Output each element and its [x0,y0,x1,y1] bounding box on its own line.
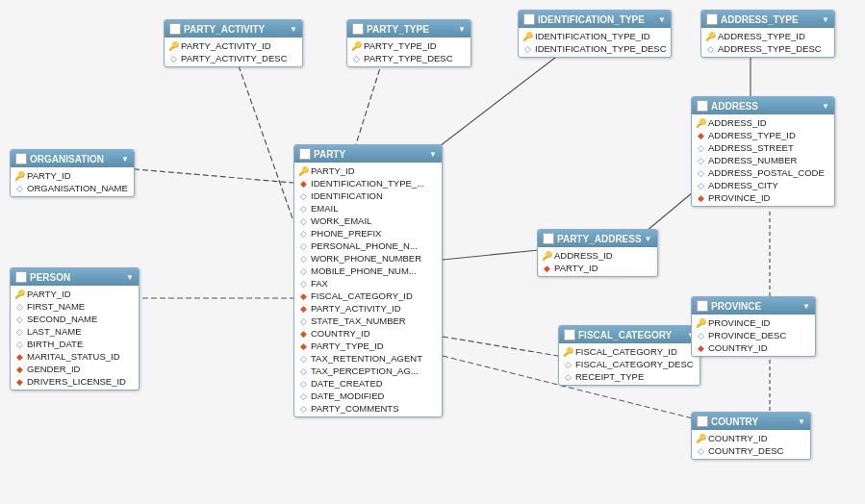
pk-icon: 🔑 [563,347,572,357]
sort-icon: ▼ [658,15,666,24]
table-address-type-header: ADDRESS_TYPE ▼ [701,11,834,28]
field-row: ◇ FAX [294,277,442,290]
field-row: 🔑 PROVINCE_ID [692,316,815,329]
reg-icon: ◇ [298,254,308,264]
table-party-address-body: 🔑 ADDRESS_ID ◆ PARTY_ID [538,247,657,276]
field-row: ◆ COUNTRY_ID [294,327,442,340]
table-party-activity-title: PARTY_ACTIVITY [184,24,265,35]
table-fiscal-category-body: 🔑 FISCAL_CATEGORY_ID ◇ FISCAL_CATEGORY_D… [559,343,700,385]
field-row: ◇ IDENTIFICATION_TYPE_DESC [519,42,671,55]
field-row: ◇ PERSONAL_PHONE_N... [294,239,442,252]
table-fiscal-category-header: FISCAL_CATEGORY ▼ [559,326,700,343]
fk-icon: ◆ [696,131,705,140]
table-party-address[interactable]: PARTY_ADDRESS ▼ 🔑 ADDRESS_ID ◆ PARTY_ID [537,229,658,277]
field-row: ◇ TAX_PERCEPTION_AG... [294,365,442,377]
fk-icon: ◆ [298,329,308,339]
field-row: 🔑 PARTY_ID [294,164,442,177]
field-row: ◇ DATE_CREATED [294,377,442,390]
table-party-type[interactable]: PARTY_TYPE ▼ 🔑 PARTY_TYPE_ID ◇ PARTY_TYP… [346,19,471,67]
table-identification-type-body: 🔑 IDENTIFICATION_TYPE_ID ◇ IDENTIFICATIO… [519,28,671,57]
reg-icon: ◇ [563,360,572,369]
reg-icon: ◇ [298,379,308,389]
pk-icon: 🔑 [14,171,24,181]
pk-icon: 🔑 [522,32,532,41]
fk-icon: ◆ [696,343,705,353]
table-identification-type[interactable]: IDENTIFICATION_TYPE ▼ 🔑 IDENTIFICATION_T… [518,10,672,58]
table-address[interactable]: ADDRESS ▼ 🔑 ADDRESS_ID ◆ ADDRESS_TYPE_ID… [691,96,835,207]
field-row: ◆ PROVINCE_ID [692,191,834,204]
field-row: ◆ IDENTIFICATION_TYPE_... [294,177,442,189]
table-organisation[interactable]: ORGANISATION ▼ 🔑 PARTY_ID ◇ ORGANISATION… [10,149,135,197]
reg-icon: ◇ [14,302,24,312]
reg-icon: ◇ [298,366,308,376]
field-row: ◆ FISCAL_CATEGORY_ID [294,290,442,302]
table-person[interactable]: PERSON ▼ 🔑 PARTY_ID ◇ FIRST_NAME ◇ SECON… [10,267,140,391]
sort-icon: ▼ [126,273,134,282]
reg-icon: ◇ [563,372,572,382]
field-row: ◇ ADDRESS_STREET [692,141,834,154]
diagram-canvas: PARTY_ACTIVITY ▼ 🔑 PARTY_ACTIVITY_ID ◇ P… [0,0,865,504]
reg-icon: ◇ [298,404,308,414]
table-icon [564,329,575,340]
table-party-body: 🔑 PARTY_ID ◆ IDENTIFICATION_TYPE_... ◇ I… [294,163,442,416]
reg-icon: ◇ [696,168,705,178]
svg-line-0 [236,58,293,221]
svg-line-6 [443,250,539,260]
field-row: ◇ ADDRESS_POSTAL_CODE [692,166,834,179]
sort-icon: ▼ [429,150,437,159]
sort-icon: ▼ [121,155,129,164]
field-row: 🔑 ADDRESS_ID [538,249,657,262]
reg-icon: ◇ [14,327,24,337]
table-fiscal-category[interactable]: FISCAL_CATEGORY ▼ 🔑 FISCAL_CATEGORY_ID ◇… [558,325,700,386]
field-row: ◆ COUNTRY_ID [692,341,815,354]
table-country-header: COUNTRY ▼ [692,413,810,430]
fk-icon: ◆ [696,193,705,203]
svg-line-4 [125,168,293,183]
table-person-header: PERSON ▼ [11,268,139,286]
pk-icon: 🔑 [696,434,705,443]
table-province-title: PROVINCE [711,301,761,312]
table-identification-type-title: IDENTIFICATION_TYPE [538,14,645,25]
table-address-type[interactable]: ADDRESS_TYPE ▼ 🔑 ADDRESS_TYPE_ID ◇ ADDRE… [700,10,835,58]
field-row: ◇ WORK_PHONE_NUMBER [294,252,442,265]
reg-icon: ◇ [522,44,532,54]
table-party-header: PARTY ▼ [294,145,442,163]
field-row: ◆ PARTY_ACTIVITY_ID [294,302,442,315]
reg-icon: ◇ [168,54,178,63]
table-fiscal-category-title: FISCAL_CATEGORY [578,330,672,340]
reg-icon: ◇ [696,446,705,456]
table-party-address-title: PARTY_ADDRESS [557,234,642,244]
table-organisation-header: ORGANISATION ▼ [11,150,134,167]
table-party-activity[interactable]: PARTY_ACTIVITY ▼ 🔑 PARTY_ACTIVITY_ID ◇ P… [164,19,303,67]
reg-icon: ◇ [298,191,308,201]
reg-icon: ◇ [298,316,308,326]
reg-icon: ◇ [298,216,308,226]
table-icon [15,153,27,164]
table-party-type-header: PARTY_TYPE ▼ [347,20,471,38]
reg-icon: ◇ [298,229,308,239]
field-row: ◇ STATE_TAX_NUMBER [294,315,442,327]
field-row: ◇ FIRST_NAME [11,300,139,313]
table-province[interactable]: PROVINCE ▼ 🔑 PROVINCE_ID ◇ PROVINCE_DESC… [691,296,816,357]
reg-icon: ◇ [298,266,308,276]
table-party[interactable]: PARTY ▼ 🔑 PARTY_ID ◆ IDENTIFICATION_TYPE… [293,144,443,417]
fk-icon: ◆ [14,365,24,374]
field-row: ◆ PARTY_TYPE_ID [294,340,442,352]
reg-icon: ◇ [298,279,308,289]
table-country[interactable]: COUNTRY ▼ 🔑 COUNTRY_ID ◇ COUNTRY_DESC [691,412,811,460]
field-row: 🔑 PARTY_ACTIVITY_ID [165,39,302,52]
table-country-body: 🔑 COUNTRY_ID ◇ COUNTRY_DESC [692,430,810,459]
field-row: 🔑 PARTY_TYPE_ID [347,39,471,52]
reg-icon: ◇ [298,204,308,214]
field-row: ◇ COUNTRY_DESC [692,444,810,457]
table-address-body: 🔑 ADDRESS_ID ◆ ADDRESS_TYPE_ID ◇ ADDRESS… [692,114,834,206]
sort-icon: ▼ [822,102,829,111]
field-row: ◇ PARTY_TYPE_DESC [347,52,471,64]
field-row: ◇ ADDRESS_CITY [692,179,834,191]
reg-icon: ◇ [696,156,705,165]
field-row: ◇ LAST_NAME [11,325,139,338]
table-country-title: COUNTRY [711,416,758,427]
table-party-title: PARTY [314,149,345,160]
field-row: ◇ IDENTIFICATION [294,189,442,202]
table-address-title: ADDRESS [711,101,758,112]
